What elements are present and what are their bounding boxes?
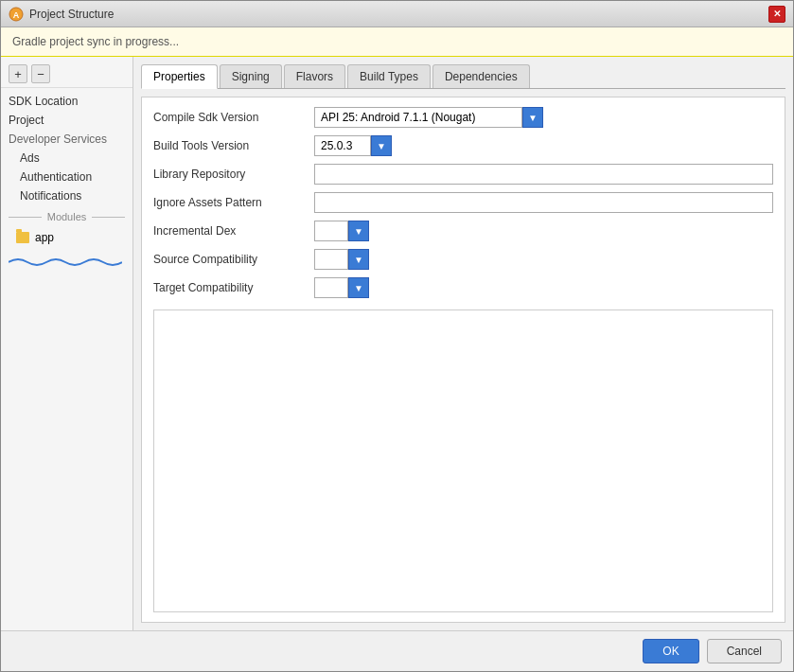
tab-build-types[interactable]: Build Types <box>347 64 431 88</box>
incremental-dex-dropdown-btn[interactable]: ▼ <box>348 221 369 241</box>
build-tools-row: Build Tools Version ▼ <box>153 135 773 156</box>
ok-button[interactable]: OK <box>643 639 698 663</box>
tab-dependencies[interactable]: Dependencies <box>432 64 530 88</box>
modules-divider: Modules <box>1 205 132 228</box>
build-tools-dropdown-btn[interactable]: ▼ <box>371 135 392 156</box>
source-compat-control: ▼ <box>314 249 773 270</box>
build-tools-label: Build Tools Version <box>153 139 314 152</box>
ignore-assets-input[interactable] <box>314 192 773 213</box>
sidebar-item-authentication[interactable]: Authentication <box>1 168 132 186</box>
tabs: Properties Signing Flavors Build Types D… <box>141 64 785 89</box>
sidebar-toolbar: + − <box>1 61 132 88</box>
incremental-dex-input[interactable] <box>314 221 348 241</box>
svg-text:A: A <box>13 10 20 20</box>
library-repo-row: Library Repository <box>153 164 773 185</box>
ignore-assets-row: Ignore Assets Pattern <box>153 192 773 213</box>
cancel-button[interactable]: Cancel <box>707 639 782 663</box>
incremental-dex-row: Incremental Dex ▼ <box>153 221 773 241</box>
sidebar-item-project[interactable]: Project <box>1 111 132 130</box>
close-button[interactable]: ✕ <box>768 6 785 23</box>
compile-sdk-label: Compile Sdk Version <box>153 111 314 124</box>
app-icon: A <box>9 7 24 22</box>
library-repo-input[interactable] <box>314 164 773 185</box>
source-compat-row: Source Compatibility ▼ <box>153 249 773 270</box>
sidebar-item-app[interactable]: app <box>1 228 132 247</box>
add-module-button[interactable]: + <box>9 64 27 83</box>
ignore-assets-control <box>314 192 773 213</box>
build-tools-input[interactable] <box>314 135 371 156</box>
source-compat-dropdown-btn[interactable]: ▼ <box>348 249 369 270</box>
sidebar-item-notifications[interactable]: Notifications <box>1 186 132 205</box>
library-repo-label: Library Repository <box>153 168 314 181</box>
sidebar-item-ads[interactable]: Ads <box>1 149 132 168</box>
tab-properties[interactable]: Properties <box>141 64 218 89</box>
folder-icon <box>16 232 29 243</box>
properties-detail-box <box>153 309 773 612</box>
target-compat-input[interactable] <box>314 277 348 298</box>
compile-sdk-input[interactable] <box>314 107 522 128</box>
incremental-dex-control: ▼ <box>314 221 773 241</box>
wavy-decoration <box>1 251 132 270</box>
tab-flavors[interactable]: Flavors <box>284 64 345 88</box>
target-compat-dropdown-btn[interactable]: ▼ <box>348 277 369 298</box>
remove-module-button[interactable]: − <box>31 64 50 83</box>
target-compat-row: Target Compatibility ▼ <box>153 277 773 298</box>
right-panel: Properties Signing Flavors Build Types D… <box>133 57 793 630</box>
source-compat-input[interactable] <box>314 249 348 270</box>
title-bar-left: A Project Structure <box>9 7 114 22</box>
title-bar: A Project Structure ✕ <box>1 1 793 27</box>
project-structure-dialog: A Project Structure ✕ Gradle project syn… <box>0 0 794 672</box>
compile-sdk-row: Compile Sdk Version ▼ <box>153 107 773 128</box>
target-compat-label: Target Compatibility <box>153 281 314 294</box>
source-compat-label: Source Compatibility <box>153 253 314 266</box>
wavy-line-svg <box>9 255 122 270</box>
sidebar-developer-services: Developer Services <box>1 130 132 149</box>
library-repo-control <box>314 164 773 185</box>
bottom-bar: OK Cancel <box>1 630 793 671</box>
dialog-title: Project Structure <box>29 8 114 21</box>
sidebar: + − SDK Location Project Developer Servi… <box>1 57 133 630</box>
build-tools-control: ▼ <box>314 135 773 156</box>
gradle-banner-text: Gradle project sync in progress... <box>12 35 179 48</box>
target-compat-control: ▼ <box>314 277 773 298</box>
tab-signing[interactable]: Signing <box>220 64 282 88</box>
ignore-assets-label: Ignore Assets Pattern <box>153 196 314 209</box>
app-label: app <box>35 231 54 244</box>
gradle-banner: Gradle project sync in progress... <box>1 27 793 57</box>
sidebar-item-sdk-location[interactable]: SDK Location <box>1 92 132 111</box>
incremental-dex-label: Incremental Dex <box>153 224 314 238</box>
compile-sdk-control: ▼ <box>314 107 773 128</box>
compile-sdk-dropdown-btn[interactable]: ▼ <box>522 107 543 128</box>
main-content: + − SDK Location Project Developer Servi… <box>1 57 793 630</box>
form-area: Compile Sdk Version ▼ Build Tools Versio… <box>141 97 785 623</box>
